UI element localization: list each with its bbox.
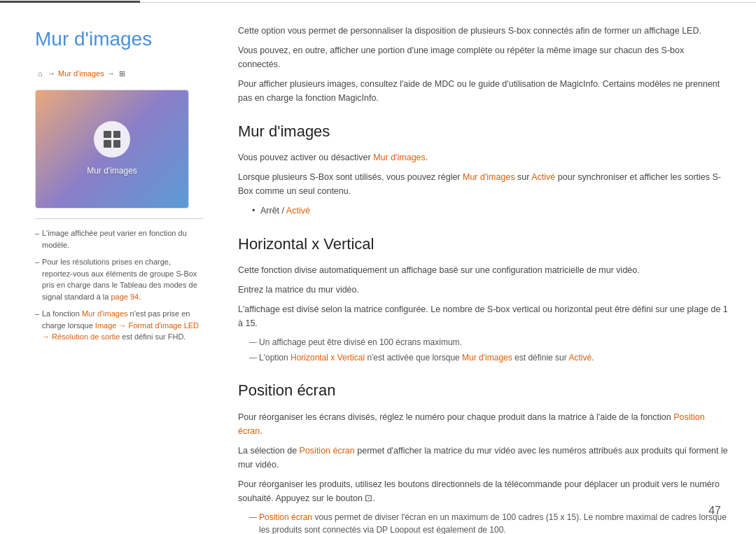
section1-para1: Vous pouvez activer ou désactiver Mur d'… <box>238 150 728 164</box>
section1-para2: Lorsque plusieurs S-Box sont utilisés, v… <box>238 170 728 198</box>
s2-active-link[interactable]: Activé <box>568 353 592 363</box>
s1-link1[interactable]: Mur d'images <box>373 153 426 162</box>
section2-title: Horizontal x Vertical <box>238 232 728 256</box>
s3-pos-link2[interactable]: Position écran <box>300 446 355 456</box>
section3-para1: Pour réorganiser les écrans divisés, rég… <box>238 410 728 438</box>
breadcrumb-arrow1: → <box>48 68 55 80</box>
s2-mur-link[interactable]: Mur d'images <box>462 353 512 363</box>
s2-hv-link[interactable]: Horizontal x Vertical <box>290 353 365 363</box>
breadcrumb: ⌂ → Mur d'images → ⊞ <box>35 68 203 80</box>
breadcrumb-arrow2: → <box>107 68 115 80</box>
s3-pos-link3[interactable]: Position écran <box>259 512 312 522</box>
intro-para-3: Pour afficher plusieurs images, consulte… <box>238 77 728 105</box>
product-label: Mur d'images <box>87 164 137 178</box>
section3-para3: Pour réorganiser les produits, utilisez … <box>238 477 728 505</box>
note-2-link[interactable]: page 94 <box>111 293 139 301</box>
content-area: Mur d'images ⌂ → Mur d'images → ⊞ Mur d'… <box>0 3 756 534</box>
note-1: L'image affichée peut varier en fonction… <box>35 227 203 251</box>
section1-bullets: Arrêt / Activé <box>252 204 728 218</box>
intro-para-1: Cette option vous permet de personnalise… <box>238 24 728 38</box>
s1-active[interactable]: Activé <box>531 172 555 182</box>
section2-para1: Cette fonction divise automatiquement un… <box>238 263 728 277</box>
product-icon-circle <box>94 121 130 157</box>
section2-note2: L'option Horizontal x Vertical n'est act… <box>249 351 728 364</box>
note-3-link1[interactable]: Mur d'images <box>82 309 128 318</box>
left-column: Mur d'images ⌂ → Mur d'images → ⊞ Mur d'… <box>35 24 203 534</box>
section3-para2: La sélection de Position écran permet d'… <box>238 444 728 472</box>
s3-pos-link1[interactable]: Position écran <box>238 412 705 436</box>
section2-note1: Un affichage peut être divisé en 100 écr… <box>249 336 728 349</box>
section2-para3: L'affichage est divisé selon la matrice … <box>238 302 728 330</box>
bullet-arret: Arrêt <box>260 206 279 216</box>
product-image: Mur d'images <box>35 90 189 209</box>
home-icon: ⌂ <box>35 69 45 79</box>
grid-icon <box>104 131 120 148</box>
intro-para-2: Vous pouvez, en outre, afficher une port… <box>238 43 728 71</box>
product-image-bg: Mur d'images <box>36 90 188 208</box>
section2-para2: Entrez la matrice du mur vidéo. <box>238 283 728 297</box>
breadcrumb-link[interactable]: Mur d'images <box>58 68 104 80</box>
note-2: Pour les résolutions prises en charge, r… <box>35 256 203 302</box>
note-3-link2[interactable]: Image → Format d'image LED → Résolution … <box>42 321 199 342</box>
section3-note1: Position écran vous permet de diviser l'… <box>249 511 728 534</box>
divider <box>35 218 203 219</box>
grid-icon-breadcrumb: ⊞ <box>118 69 127 79</box>
bullet-arret-active: Arrêt / Activé <box>252 204 728 218</box>
page-number: 47 <box>708 502 721 520</box>
s1-link2[interactable]: Mur d'images <box>463 172 515 182</box>
note-3: La fonction Mur d'images n'est pas prise… <box>35 308 203 343</box>
right-column: Cette option vous permet de personnalise… <box>231 24 728 534</box>
page-container: Mur d'images ⌂ → Mur d'images → ⊞ Mur d'… <box>0 0 756 534</box>
page-title: Mur d'images <box>35 24 203 55</box>
section1-title: Mur d'images <box>238 119 728 143</box>
bullet-active[interactable]: Activé <box>286 206 310 216</box>
section3-title: Position écran <box>238 378 728 402</box>
